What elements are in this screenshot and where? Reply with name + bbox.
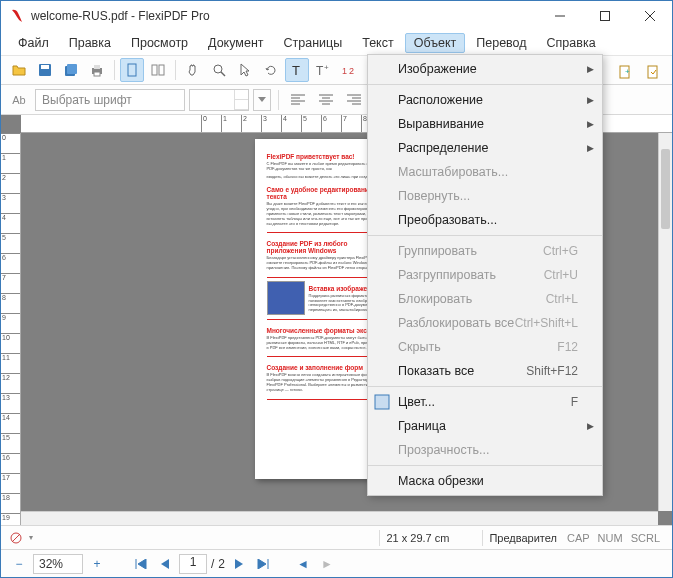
page-dimensions: 21 x 29.7 cm [386,532,476,544]
menu-item-расположение[interactable]: Расположение▶ [368,88,602,112]
menu-translate[interactable]: Перевод [467,33,535,53]
pointer-tool-button[interactable] [233,58,257,82]
prev-page-button[interactable] [155,554,175,574]
menu-separator [368,235,602,236]
menu-item-показать-все[interactable]: Показать всеShift+F12 [368,359,602,383]
svg-text:1: 1 [342,66,347,76]
align-right-button[interactable] [342,89,366,111]
menu-help[interactable]: Справка [538,33,605,53]
submenu-arrow-icon: ▶ [587,143,594,153]
menu-item-разблокировать-все: Разблокировать всеCtrl+Shift+L [368,311,602,335]
text-plus-button[interactable]: T+ [311,58,335,82]
zoom-level-input[interactable]: 32% [33,554,83,574]
font-placeholder: Выбрать шрифт [42,93,132,107]
menu-item-граница[interactable]: Граница▶ [368,414,602,438]
text-tool-button[interactable]: T [285,58,309,82]
menu-item-распределение[interactable]: Распределение▶ [368,136,602,160]
font-family-label: Ab [7,88,31,112]
toolbar-sep [114,60,115,80]
menu-item-label: Блокировать [398,292,472,306]
menu-item-label: Распределение [398,141,488,155]
doc-thumb [267,281,305,315]
last-page-button[interactable] [253,554,273,574]
menu-item-label: Граница [398,419,446,433]
menu-item-label: Масштабировать... [398,165,508,179]
menu-pages[interactable]: Страницы [275,33,352,53]
menu-edit[interactable]: Правка [60,33,120,53]
scrollbar-vertical[interactable] [658,133,672,511]
menu-view[interactable]: Просмотр [122,33,197,53]
scrollbar-horizontal[interactable] [21,511,658,525]
menu-item-маска-обрезки[interactable]: Маска обрезки [368,469,602,493]
zoom-in-button[interactable]: + [87,554,107,574]
menu-item-повернуть-: Повернуть... [368,184,602,208]
maximize-button[interactable] [582,1,627,31]
menu-item-label: Повернуть... [398,189,470,203]
submenu-arrow-icon: ▶ [587,119,594,129]
next-view-button[interactable]: ► [317,554,337,574]
page-total: 2 [218,557,225,571]
preview-label[interactable]: Предварител [489,532,557,544]
two-page-button[interactable] [146,58,170,82]
dropdown-icon[interactable]: ▾ [29,533,33,542]
menu-item-масштабировать-: Масштабировать... [368,160,602,184]
close-button[interactable] [627,1,672,31]
menu-item-label: Выравнивание [398,117,484,131]
scroll-thumb[interactable] [661,149,670,229]
minimize-button[interactable] [537,1,582,31]
menu-shortcut: F12 [557,340,578,354]
menu-item-label: Показать все [398,364,474,378]
rotate-tool-button[interactable] [259,58,283,82]
svg-rect-7 [67,64,77,74]
align-left-button[interactable] [286,89,310,111]
menu-item-label: Цвет... [398,395,435,409]
menu-item-изображение[interactable]: Изображение▶ [368,57,602,81]
ruler-vertical: 0123456789101112131415161718192021222324… [1,133,21,525]
svg-text:2: 2 [349,66,354,76]
single-page-button[interactable] [120,58,144,82]
font-family-select[interactable]: Выбрать шрифт [35,89,185,111]
menu-separator [368,386,602,387]
menu-item-label: Прозрачность... [398,443,489,457]
hand-tool-button[interactable] [181,58,205,82]
link-text-button[interactable]: 12 [337,58,361,82]
menu-item-label: Скрыть [398,340,441,354]
new-page-button[interactable]: + [613,60,637,84]
font-size-input[interactable] [189,89,249,111]
print-button[interactable] [85,58,109,82]
menubar: Файл Правка Просмотр Документ Страницы Т… [1,31,672,55]
svg-rect-12 [152,65,157,75]
notification-icon[interactable] [9,531,23,545]
zoom-tool-button[interactable] [207,58,231,82]
svg-rect-43 [648,66,657,78]
menu-item-выравнивание[interactable]: Выравнивание▶ [368,112,602,136]
page-action-button[interactable] [641,60,665,84]
menu-item-цвет-[interactable]: Цвет...F [368,390,602,414]
page-number-input[interactable]: 1 [179,554,207,574]
first-page-button[interactable] [131,554,151,574]
save-copy-button[interactable] [59,58,83,82]
font-size-up[interactable] [235,90,248,100]
open-button[interactable] [7,58,31,82]
prev-view-button[interactable]: ◄ [293,554,313,574]
zoom-out-button[interactable]: − [9,554,29,574]
svg-rect-10 [94,72,100,76]
menu-document[interactable]: Документ [199,33,272,53]
menu-item-преобразовать-[interactable]: Преобразовать... [368,208,602,232]
menu-item-разгруппировать: РазгруппироватьCtrl+U [368,263,602,287]
next-page-button[interactable] [229,554,249,574]
save-button[interactable] [33,58,57,82]
svg-rect-44 [375,395,389,409]
align-center-button[interactable] [314,89,338,111]
svg-rect-9 [94,65,100,69]
font-size-down[interactable] [235,100,248,110]
menu-item-label: Разгруппировать [398,268,496,282]
font-dropdown-button[interactable] [253,89,271,111]
menu-text[interactable]: Текст [353,33,402,53]
svg-text:+: + [625,67,630,76]
menu-object[interactable]: Объект [405,33,466,53]
menu-file[interactable]: Файл [9,33,58,53]
svg-text:+: + [324,63,329,72]
menu-item-блокировать: БлокироватьCtrl+L [368,287,602,311]
navbar: − 32% + 1 / 2 ◄ ► [1,549,672,577]
